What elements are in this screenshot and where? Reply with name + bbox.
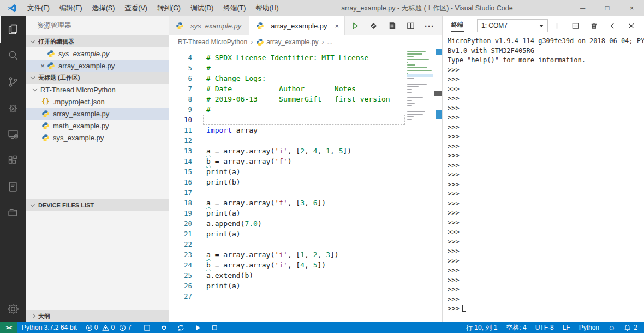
line-number: 19 bbox=[169, 208, 192, 218]
kill-terminal-icon[interactable] bbox=[590, 22, 598, 30]
line-number: 18 bbox=[169, 198, 192, 208]
terminal-cursor bbox=[462, 305, 466, 312]
tab-label: array_example.py bbox=[271, 22, 327, 30]
tree-file[interactable]: {}.mpyproject.json bbox=[26, 96, 169, 108]
activity-extensions-icon[interactable] bbox=[0, 147, 26, 174]
code-line: 22 bbox=[169, 239, 442, 249]
line-number: 22 bbox=[169, 239, 192, 249]
split-editor-icon[interactable] bbox=[406, 21, 415, 31]
run-python-file-icon[interactable] bbox=[350, 21, 360, 31]
tree-file[interactable]: math_example.py bbox=[26, 120, 169, 132]
code-text: print(a) bbox=[192, 229, 241, 239]
code-line: 15print(a) bbox=[169, 166, 442, 177]
board-new-icon[interactable] bbox=[139, 322, 156, 333]
menu-item[interactable]: 查看(V) bbox=[120, 0, 152, 16]
workspace-header[interactable]: 无标题 (工作区) bbox=[26, 72, 169, 84]
encoding-setting[interactable]: UTF-8 bbox=[531, 322, 558, 333]
status-bar: >< Python 3.7.2 64-bit 0 0 7 行 10, 列 1 空… bbox=[0, 322, 644, 333]
main-area: 资源管理器 打开的编辑器 sys_example.py×array_exampl… bbox=[0, 16, 644, 322]
close-button[interactable]: × bbox=[619, 0, 644, 16]
line-number: 16 bbox=[169, 177, 192, 187]
collapse-panel-icon[interactable] bbox=[609, 22, 617, 30]
activity-notebook-icon[interactable] bbox=[0, 174, 26, 200]
breadcrumb-item[interactable]: ... bbox=[327, 38, 333, 46]
more-actions-icon[interactable]: ··· bbox=[425, 21, 434, 31]
outline-header[interactable]: 大纲 bbox=[26, 310, 169, 322]
menu-item[interactable]: 文件(F) bbox=[22, 0, 55, 16]
terminal-port-select[interactable]: 1: COM7 bbox=[477, 19, 548, 32]
code-editor[interactable]: 4# SPDX-License-Identifier: MIT License5… bbox=[169, 49, 442, 322]
activity-device-connection-icon[interactable] bbox=[0, 121, 26, 147]
line-number: 5 bbox=[169, 63, 192, 73]
micropython-actions bbox=[139, 322, 223, 333]
menu-item[interactable]: 帮助(H) bbox=[251, 0, 283, 16]
tree-file[interactable]: sys_example.py bbox=[26, 132, 169, 144]
device-files-header[interactable]: DEVICE FILES LIST bbox=[26, 199, 169, 211]
memory-chip-icon[interactable] bbox=[387, 21, 397, 31]
minimize-button[interactable]: ─ bbox=[570, 0, 595, 16]
minimap[interactable] bbox=[407, 50, 433, 123]
notifications-bell[interactable]: 2 bbox=[619, 322, 642, 333]
open-editors-header[interactable]: 打开的编辑器 bbox=[26, 35, 169, 47]
terminal-tab[interactable]: 终端 bbox=[451, 20, 464, 32]
line-number: 20 bbox=[169, 218, 192, 229]
close-icon[interactable]: × bbox=[38, 62, 47, 70]
sync-icon[interactable] bbox=[172, 322, 189, 333]
remote-indicator[interactable]: >< bbox=[0, 322, 17, 333]
code-line: 8# 2019-06-13 SummerGift first version bbox=[169, 94, 442, 104]
open-editor-item[interactable]: ×array_example.py bbox=[26, 60, 169, 72]
close-icon[interactable]: × bbox=[335, 22, 339, 30]
menu-item[interactable]: 调试(D) bbox=[186, 0, 218, 16]
indent-guide bbox=[38, 96, 38, 144]
activity-source-control-icon[interactable] bbox=[0, 69, 26, 95]
breadcrumb-item[interactable]: RT-Thread MicroPython bbox=[178, 38, 247, 46]
tree-folder[interactable]: RT-Thread MicroPython bbox=[26, 84, 169, 96]
menu-item[interactable]: 终端(T) bbox=[218, 0, 251, 16]
micropython-run-icon[interactable] bbox=[369, 21, 378, 31]
indentation-setting[interactable]: 空格: 4 bbox=[502, 322, 530, 333]
close-panel-icon[interactable] bbox=[627, 22, 635, 30]
python-icon bbox=[256, 22, 264, 30]
new-terminal-icon[interactable] bbox=[553, 22, 561, 30]
overview-ruler[interactable] bbox=[434, 49, 442, 322]
code-text: a = array.array('i', [1, 2, 3]) bbox=[192, 249, 339, 260]
code-line: 23a = array.array('i', [1, 2, 3]) bbox=[169, 249, 442, 260]
activity-debug-icon[interactable] bbox=[0, 95, 26, 121]
activity-settings-gear-icon[interactable] bbox=[0, 296, 26, 322]
editor-tab[interactable]: sys_example.py bbox=[169, 16, 249, 35]
code-line: 18a = array.array('f', [3, 6]) bbox=[169, 198, 442, 208]
eol-setting[interactable]: LF bbox=[558, 322, 575, 333]
maximize-button[interactable]: □ bbox=[595, 0, 619, 16]
window-title: array_example.py - 无标题 (工作区) - Visual St… bbox=[284, 4, 570, 13]
python-interpreter[interactable]: Python 3.7.2 64-bit bbox=[17, 322, 81, 333]
tree-file[interactable]: array_example.py bbox=[26, 108, 169, 120]
menu-item[interactable]: 编辑(E) bbox=[55, 0, 87, 16]
feedback-smiley-icon[interactable]: ☺ bbox=[604, 322, 619, 333]
stop-icon[interactable] bbox=[206, 322, 223, 333]
usb-connect-icon[interactable] bbox=[156, 322, 172, 333]
editor-tab[interactable]: array_example.py× bbox=[249, 16, 345, 35]
activity-folder-library-icon[interactable] bbox=[0, 200, 26, 226]
line-number: 6 bbox=[169, 73, 192, 84]
breadcrumb-label: ... bbox=[327, 38, 333, 46]
terminal-prompt-line: >>> bbox=[448, 170, 644, 180]
open-editor-item[interactable]: sys_example.py bbox=[26, 47, 169, 60]
explorer-sidebar: 资源管理器 打开的编辑器 sys_example.py×array_exampl… bbox=[26, 16, 169, 322]
language-mode[interactable]: Python bbox=[575, 322, 604, 333]
run-icon[interactable] bbox=[189, 322, 206, 333]
split-terminal-icon[interactable] bbox=[571, 22, 580, 30]
cursor-position[interactable]: 行 10, 列 1 bbox=[462, 322, 502, 333]
problems-indicator[interactable]: 0 0 7 bbox=[81, 322, 139, 333]
activity-search-icon[interactable] bbox=[0, 43, 26, 69]
menu-item[interactable]: 转到(G) bbox=[152, 0, 186, 16]
menu-item[interactable]: 选择(S) bbox=[87, 0, 120, 16]
chevron-down-icon bbox=[31, 39, 35, 43]
breadcrumb-item[interactable]: array_example.py bbox=[256, 38, 318, 46]
terminal-prompt-line: >>> bbox=[448, 218, 644, 228]
ruler-cursor-marker bbox=[434, 91, 442, 96]
terminal-prompt-line: >>> bbox=[448, 276, 644, 286]
line-number: 13 bbox=[169, 146, 192, 156]
activity-explorer-icon[interactable] bbox=[0, 16, 26, 43]
terminal-prompt-line: >>> bbox=[448, 104, 644, 114]
minimap-line bbox=[407, 121, 433, 123]
